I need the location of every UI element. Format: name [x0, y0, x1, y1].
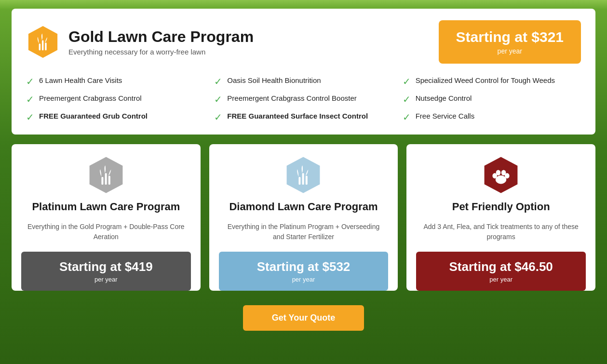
diamond-title: Diamond Lawn Care Program	[229, 200, 378, 214]
platinum-title: Platinum Lawn Care Program	[32, 200, 180, 214]
feature-item: ✓ 6 Lawn Health Care Visits	[26, 75, 204, 87]
program-cards-row: Platinum Lawn Care Program Everything in…	[12, 144, 595, 291]
feature-item: ✓ FREE Guaranteed Grub Control	[26, 111, 204, 123]
pet-price-sub: per year	[424, 276, 578, 283]
check-icon: ✓	[26, 94, 34, 105]
svg-rect-10	[302, 173, 304, 185]
svg-rect-3	[45, 42, 47, 50]
gold-price-main: Starting at $321	[456, 29, 564, 45]
svg-point-17	[505, 173, 510, 178]
pet-price-main: Starting at $46.50	[424, 259, 578, 274]
feature-item: ✓ Oasis Soil Health Bionutrition	[214, 75, 392, 87]
pet-description: Add 3 Ant, Flea, and Tick treatments to …	[416, 222, 586, 242]
platinum-price-sub: per year	[29, 276, 183, 283]
svg-point-13	[496, 175, 506, 184]
quote-section: Get Your Quote	[12, 300, 595, 340]
diamond-price-badge: Starting at $532 per year	[219, 252, 389, 291]
feature-text: Oasis Soil Health Bionutrition	[227, 75, 321, 85]
diamond-hex-icon	[284, 156, 323, 194]
feature-item: ✓ Preemergent Crabgrass Control Booster	[214, 93, 392, 105]
svg-rect-11	[306, 176, 308, 185]
feature-item: ✓ Free Service Calls	[403, 111, 581, 123]
feature-text: Preemergent Crabgrass Control	[39, 93, 142, 103]
get-quote-button[interactable]: Get Your Quote	[243, 305, 364, 331]
check-icon: ✓	[26, 76, 34, 87]
features-grid: ✓ 6 Lawn Health Care Visits ✓ Oasis Soil…	[26, 75, 581, 123]
platinum-price-main: Starting at $419	[29, 259, 183, 274]
check-icon: ✓	[403, 76, 411, 87]
svg-rect-1	[39, 44, 41, 51]
svg-rect-5	[101, 177, 103, 185]
platinum-hex-icon	[87, 156, 125, 194]
feature-text: Specialized Weed Control for Tough Weeds	[416, 75, 555, 85]
pet-card-header: Pet Friendly Option	[452, 156, 550, 214]
diamond-description: Everything in the Platinum Program + Ove…	[219, 222, 389, 242]
svg-rect-2	[42, 40, 44, 51]
feature-item: ✓ FREE Guaranteed Surface Insect Control	[214, 111, 392, 123]
platinum-card: Platinum Lawn Care Program Everything in…	[12, 144, 201, 291]
pet-card: Pet Friendly Option Add 3 Ant, Flea, and…	[406, 144, 595, 291]
feature-text: FREE Guaranteed Surface Insect Control	[227, 111, 368, 121]
feature-item: ✓ Specialized Weed Control for Tough Wee…	[403, 75, 581, 87]
gold-hex-icon	[26, 25, 60, 59]
check-icon: ✓	[403, 94, 411, 105]
gold-card: Gold Lawn Care Program Everything necess…	[12, 9, 595, 135]
svg-rect-6	[105, 173, 107, 185]
feature-text: 6 Lawn Health Care Visits	[39, 75, 122, 85]
check-icon: ✓	[214, 94, 222, 105]
diamond-price-main: Starting at $532	[227, 259, 381, 274]
pet-hex-icon	[482, 156, 520, 194]
check-icon: ✓	[214, 111, 222, 123]
svg-point-15	[496, 170, 501, 175]
gold-price-sub: per year	[456, 47, 564, 55]
check-icon: ✓	[403, 111, 411, 123]
pet-price-badge: Starting at $46.50 per year	[416, 252, 586, 291]
diamond-card: Diamond Lawn Care Program Everything in …	[209, 144, 398, 291]
svg-marker-12	[485, 157, 518, 193]
feature-text: FREE Guaranteed Grub Control	[39, 111, 148, 121]
feature-text: Nutsedge Control	[416, 93, 472, 103]
gold-program-title: Gold Lawn Care Program	[68, 28, 254, 46]
feature-item: ✓ Preemergent Crabgrass Control	[26, 93, 204, 105]
platinum-card-header: Platinum Lawn Care Program	[32, 156, 180, 214]
diamond-card-header: Diamond Lawn Care Program	[229, 156, 378, 214]
gold-program-subtitle: Everything necessary for a worry-free la…	[68, 48, 254, 56]
svg-rect-9	[299, 177, 301, 185]
feature-item: ✓ Nutsedge Control	[403, 93, 581, 105]
platinum-price-badge: Starting at $419 per year	[21, 252, 191, 291]
check-icon: ✓	[26, 111, 34, 123]
gold-price-badge: Starting at $321 per year	[439, 20, 581, 64]
diamond-price-sub: per year	[227, 276, 381, 283]
feature-text: Preemergent Crabgrass Control Booster	[227, 93, 356, 103]
svg-rect-7	[108, 176, 110, 185]
feature-text: Free Service Calls	[416, 111, 475, 121]
check-icon: ✓	[214, 76, 222, 87]
pet-title: Pet Friendly Option	[452, 200, 550, 214]
platinum-description: Everything in the Gold Program + Double-…	[21, 222, 191, 242]
